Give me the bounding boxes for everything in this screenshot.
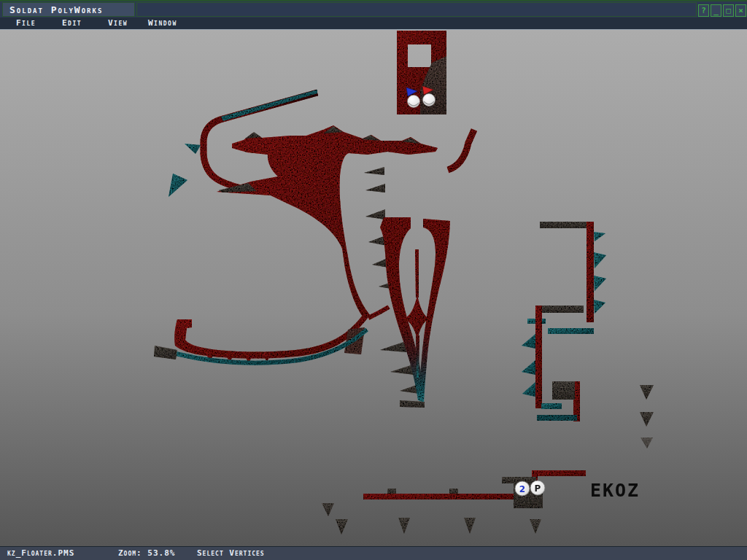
map-rock-triangle[interactable] [398,518,410,534]
map-teal-wedge[interactable] [522,334,535,349]
map-rock-triangle[interactable] [464,518,476,534]
map-polygon-swoosh-teal-edge[interactable] [221,90,317,121]
window-controls: ? _ □ × [698,4,746,17]
map-rock-shelf[interactable] [539,306,584,313]
map-label-ekoz[interactable]: EKOZ [590,480,640,501]
title-bar: Soldat PolyWorks ? _ □ × [0,0,747,18]
map-polygon-star-needle-top[interactable] [415,249,419,298]
map-rock-triangle[interactable] [640,438,653,448]
map-polygon-spawn-bracket-rock[interactable] [420,56,446,114]
map-teal-wedge[interactable] [522,360,535,375]
status-bar: kz_Floater.PMS Zoom: 53.8% Select Vertic… [0,546,747,560]
map-rock-bar[interactable] [540,222,594,228]
map-polygon-step-bar[interactable] [536,470,586,476]
map-polygon-connector[interactable] [368,307,389,318]
map-rock-block[interactable] [552,381,575,400]
map-rock-block[interactable] [154,346,177,359]
marker-2[interactable]: 2 [515,481,530,496]
menu-file[interactable]: File [16,18,36,29]
map-rock-spike[interactable] [365,184,385,192]
marker-2-label: 2 [519,484,525,494]
help-button[interactable]: ? [698,4,709,17]
menu-window[interactable]: Window [148,18,177,29]
map-rock-shelf[interactable] [400,400,425,408]
polyworks-window: Soldat PolyWorks ? _ □ × File Edit View … [0,0,747,560]
menu-bar: File Edit View Window [0,18,747,30]
map-teal-wedge[interactable] [594,300,605,314]
map-teal-wedge[interactable] [594,252,606,268]
close-button[interactable]: × [735,4,746,17]
map-polygon-ledge-riser[interactable] [448,130,474,170]
map-polygon-bottom-bar[interactable] [363,494,540,499]
map-polygon-teal-arrow[interactable] [185,144,201,154]
map-polygon-right-column[interactable] [587,222,594,322]
map-polygon-left-bar[interactable] [174,314,368,359]
map-rock-triangle[interactable] [336,519,348,534]
map-teal-bar[interactable] [537,415,577,421]
map-polygon-teal-triangle[interactable] [169,174,187,197]
marker-p[interactable]: P [530,481,545,495]
map-teal-wedge[interactable] [594,276,606,291]
map-rock-spike[interactable] [390,365,414,375]
map-teal-wedge[interactable] [522,382,535,397]
status-filename: kz_Floater.PMS [7,548,74,558]
map-rock-triangle[interactable] [322,503,334,516]
title-bar-spacer [136,2,697,17]
map-rock-bump[interactable] [449,489,458,494]
status-zoom: Zoom: 53.8% [118,548,175,558]
minimize-button[interactable]: _ [711,4,721,17]
map-rock-spike[interactable] [365,209,385,219]
map-teal-bar[interactable] [548,328,594,334]
map-teal-bar[interactable] [541,403,562,409]
maximize-button[interactable]: □ [723,4,734,17]
map-polygon-maze-column[interactable] [535,306,542,408]
map-rock-triangle[interactable] [640,412,654,427]
status-mode: Select Vertices [197,548,265,558]
map-teal-wedge[interactable] [594,232,605,241]
window-title: Soldat PolyWorks [2,2,135,17]
map-rock-triangle[interactable] [640,385,654,400]
map-rock-triangle[interactable] [530,519,541,534]
marker-p-label: P [535,483,541,494]
map-rock-bump[interactable] [387,489,396,494]
map-rock-spike[interactable] [380,341,407,352]
menu-edit[interactable]: Edit [62,18,82,29]
map-canvas[interactable]: 2 P EKOZ [0,30,747,546]
map-polygon-right-leg[interactable] [419,219,450,402]
menu-view[interactable]: View [108,18,128,29]
